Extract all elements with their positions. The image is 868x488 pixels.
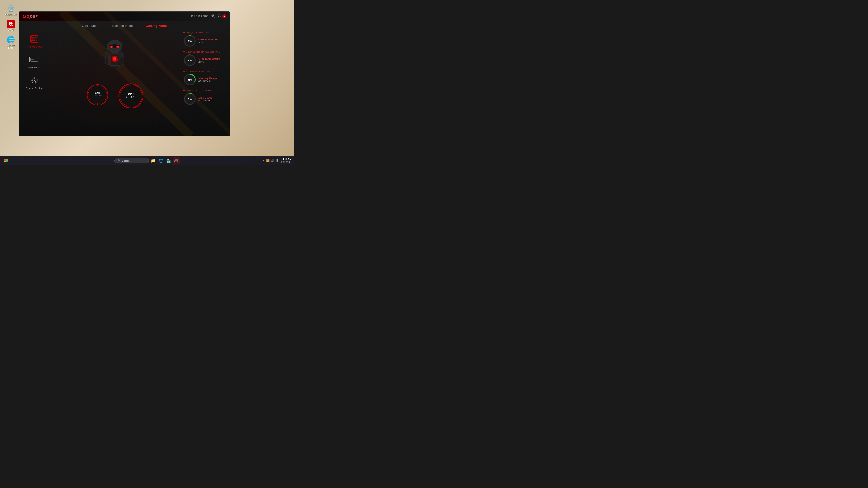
tab-balance[interactable]: Balance Mode — [113, 24, 133, 28]
edge-taskbar[interactable]: 🌐 — [157, 157, 164, 164]
app-logo: Goper — [23, 13, 38, 19]
win-quad-4 — [6, 161, 8, 162]
goper-icon-label: Goper — [8, 29, 14, 31]
cpu-gauge: 3% — [183, 34, 196, 47]
disk-usage-value: 47GB/954GB — [198, 99, 213, 102]
memory-usage-title: Memory Usage — [198, 77, 217, 80]
recycle-bin-image: 🗑️ — [6, 4, 15, 13]
recycle-bin-icon[interactable]: 🗑️ Recycle Bin — [4, 4, 17, 16]
win-quad-3 — [4, 161, 6, 162]
app-header: Goper REDMAGIC ⚙ − × — [19, 11, 230, 21]
sidebar-light-mode[interactable]: Light Mode — [26, 54, 43, 69]
taskbar-left — [3, 157, 9, 164]
desktop: 🗑️ Recycle Bin 玩 Goper 🌐 Microsoft Edge … — [0, 0, 294, 165]
fan-gauges: CPU 2300 RPM — [86, 83, 144, 109]
minimize-button[interactable]: − — [217, 14, 221, 18]
cpu-temp-title: CPU Temperature — [198, 38, 220, 41]
search-icon: 🔍 — [118, 159, 121, 162]
cpu-fan-gauge: CPU 2300 RPM — [86, 83, 110, 107]
cpu-device-name: Intel(R) Core(TM) i9-14900HX — [183, 31, 226, 34]
gpu-fan-gauge: GPU 2400 RPM — [118, 83, 144, 109]
taskbar-center: 🔍 Search 📁 🌐 🏪 🎮 — [114, 157, 180, 164]
svg-line-84 — [128, 106, 129, 107]
svg-text:31%: 31% — [187, 78, 192, 81]
tab-gaming[interactable]: Gaming Mode — [146, 24, 167, 28]
app-window: Goper REDMAGIC ⚙ − × Office Mode Balance… — [19, 11, 230, 136]
svg-point-20 — [34, 79, 35, 81]
memory-device-name: Samsung: M425R2GA3BB0 — [183, 70, 226, 72]
system-setting-icon — [29, 75, 40, 86]
search-bar[interactable]: 🔍 Search — [114, 158, 149, 163]
memory-stat-info: Memory Usage 4.9GB/15.7GB — [198, 77, 217, 83]
system-mode-label: System Mode — [27, 45, 42, 48]
header-right: REDMAGIC ⚙ − × — [191, 14, 226, 18]
volume-icon[interactable]: 🔊 — [271, 159, 274, 162]
cpu-temp-value: 31 °C — [198, 41, 220, 44]
edge-desktop-icon[interactable]: 🌐 Microsoft Edge — [4, 35, 17, 49]
gpu-dot — [183, 51, 185, 53]
svg-line-90 — [119, 97, 121, 97]
desktop-icons: 🗑️ Recycle Bin 玩 Goper 🌐 Microsoft Edge — [4, 4, 17, 49]
redmagic-logo: REDMAGIC — [191, 15, 209, 18]
cpu-stat-row: Intel(R) Core(TM) i9-14900HX 3% CPU Temp… — [183, 31, 226, 47]
start-button[interactable] — [3, 157, 9, 164]
memory-stat-content: 31% Memory Usage 4.9GB/15.7GB — [183, 73, 226, 86]
gpu-fan-container: GPU 2400 RPM — [118, 83, 144, 109]
sidebar-system-mode[interactable]: System Mode — [26, 34, 43, 48]
settings-button[interactable]: ⚙ — [211, 14, 215, 18]
tab-office[interactable]: Office Mode — [82, 24, 99, 28]
gpu-device-name: NVIDIA GeForce RTX 4060 Laptop GPU — [183, 51, 226, 53]
clock-date: 10/15/2024 — [281, 161, 291, 164]
windows-logo — [4, 159, 8, 162]
svg-rect-9 — [31, 36, 33, 37]
disk-dot — [183, 90, 185, 91]
chevron-up-tray-icon[interactable]: ∧ — [262, 159, 265, 162]
taskbar-right: ∧ 📶 🔊 🔋 4:10 AM 10/15/2024 — [262, 158, 291, 164]
robot-container — [93, 31, 136, 79]
gpu-stat-row: NVIDIA GeForce RTX 4060 Laptop GPU 0% GP… — [183, 51, 226, 67]
goper-taskbar[interactable]: 🎮 — [173, 157, 180, 164]
win-quad-1 — [4, 159, 6, 161]
app-content: System Mode Light Mode — [19, 29, 230, 133]
sidebar-system-setting[interactable]: System Setting — [26, 75, 43, 90]
edge-image: 🌐 — [6, 35, 15, 44]
svg-text:5%: 5% — [188, 98, 192, 100]
close-button[interactable]: × — [222, 14, 226, 18]
disk-stat-info: Disk Usage 47GB/954GB — [198, 96, 213, 102]
time-display: 4:10 AM 10/15/2024 — [281, 158, 291, 164]
svg-point-27 — [117, 46, 119, 47]
search-bar-text: Search — [122, 159, 130, 162]
svg-text:GPU: GPU — [128, 93, 134, 96]
svg-text:3%: 3% — [188, 40, 192, 42]
header-controls: ⚙ − × — [211, 14, 226, 18]
disk-device-name: SAMSUNG MZVL21T0HCLR — [183, 90, 226, 92]
gpu-device-label: NVIDIA GeForce RTX 4060 Laptop GPU — [186, 51, 220, 53]
cpu-stat-content: 3% CPU Temperature 31 °C — [183, 34, 226, 47]
clock-time: 4:10 AM — [281, 158, 291, 161]
svg-text:2400 RPM: 2400 RPM — [126, 96, 135, 98]
memory-device-label: Samsung: M425R2GA3BB0 — [186, 70, 210, 72]
gpu-gauge: 0% — [183, 54, 196, 67]
system-setting-label: System Setting — [26, 87, 42, 90]
goper-image: 玩 — [7, 20, 15, 28]
memory-gauge: 31% — [183, 73, 196, 86]
battery-icon[interactable]: 🔋 — [276, 159, 279, 162]
network-icon[interactable]: 📶 — [266, 159, 270, 162]
svg-text:0%: 0% — [188, 59, 192, 62]
goper-desktop-icon[interactable]: 玩 Goper — [4, 20, 17, 31]
svg-rect-35 — [110, 65, 120, 68]
svg-rect-10 — [36, 36, 37, 37]
win-quad-2 — [6, 159, 8, 161]
left-sidebar: System Mode Light Mode — [19, 29, 49, 133]
light-mode-icon — [29, 54, 40, 65]
svg-rect-12 — [36, 40, 37, 42]
svg-line-97 — [128, 84, 129, 86]
taskbar: 🔍 Search 📁 🌐 🏪 🎮 ∧ 📶 🔊 🔋 4:10 AM 10/15/2… — [0, 156, 294, 165]
store-taskbar[interactable]: 🏪 — [165, 157, 172, 164]
svg-rect-11 — [31, 40, 33, 42]
cpu-fan-container: CPU 2300 RPM — [86, 83, 110, 109]
svg-point-36 — [108, 54, 121, 65]
memory-stat-row: Samsung: M425R2GA3BB0 31% Memory Usage — [183, 70, 226, 86]
file-explorer-taskbar[interactable]: 📁 — [150, 157, 156, 164]
svg-line-76 — [141, 97, 143, 97]
